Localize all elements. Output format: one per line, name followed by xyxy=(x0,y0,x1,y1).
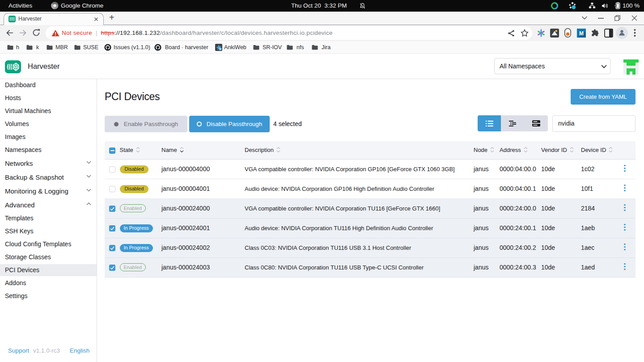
svg-text:M: M xyxy=(579,30,584,37)
